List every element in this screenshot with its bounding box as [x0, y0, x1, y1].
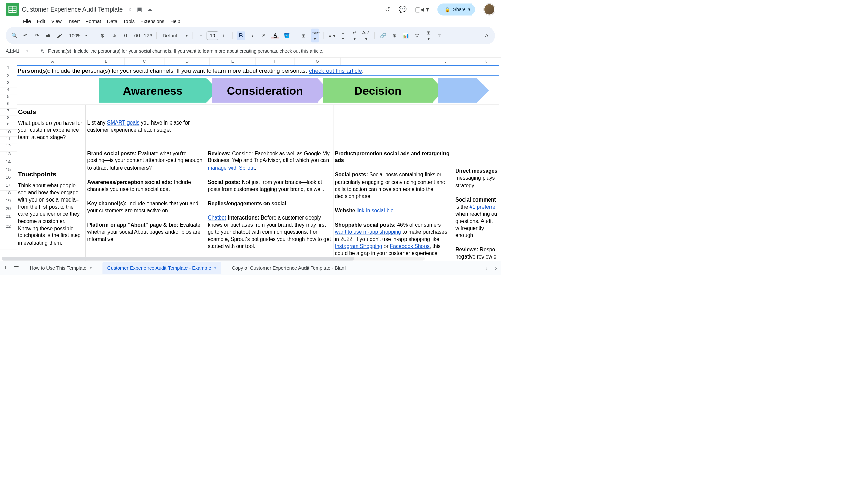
tab-scroll-right-icon[interactable]: › [495, 265, 497, 271]
col-header[interactable]: C [125, 58, 165, 65]
text-wrap-icon[interactable]: ↵ ▾ [351, 30, 359, 42]
horizontal-scrollbar[interactable] [2, 257, 425, 260]
cell-a1[interactable]: Persona(s): Include the persona(s) for y… [17, 65, 499, 76]
goals-next-cell[interactable] [454, 105, 499, 148]
sheet-tab-howto[interactable]: How to Use This Template▼ [25, 262, 97, 274]
col-header[interactable]: F [256, 58, 294, 65]
insert-comment-icon[interactable]: ⊕ [390, 33, 398, 39]
row-header[interactable]: 14 [0, 159, 17, 167]
row-header[interactable]: 9 [0, 122, 17, 130]
row-header[interactable]: 6 [0, 101, 17, 109]
col-header[interactable]: D [164, 58, 210, 65]
menu-view[interactable]: View [51, 18, 62, 24]
menu-extensions[interactable]: Extensions [140, 18, 164, 24]
row-header[interactable]: 4 [0, 87, 17, 94]
account-avatar[interactable] [484, 4, 495, 15]
sprout-link[interactable]: manage with Sprout [208, 165, 255, 171]
search-icon[interactable]: 🔍 [10, 33, 18, 39]
row-header[interactable]: 16 [0, 175, 17, 183]
functions-icon[interactable]: Σ [436, 33, 444, 39]
move-folder-icon[interactable]: ▣ [137, 6, 142, 13]
strikethrough-button[interactable]: S [260, 33, 268, 39]
sheet-tab-copy[interactable]: Copy of Customer Experience Audit Templa… [227, 262, 350, 274]
inapp-link[interactable]: want to use in-app shopping [335, 229, 401, 235]
cloud-status-icon[interactable]: ☁ [147, 6, 152, 13]
menu-edit[interactable]: Edit [37, 18, 45, 24]
meet-icon[interactable]: ▢◂ ▾ [415, 6, 429, 13]
redo-icon[interactable]: ↷ [33, 33, 41, 39]
star-icon[interactable]: ☆ [127, 6, 132, 13]
pref-link[interactable]: #1 preferre [470, 204, 495, 210]
sheets-logo[interactable] [6, 3, 19, 16]
collapse-toolbar-icon[interactable]: ᐱ [482, 33, 491, 39]
share-dropdown[interactable]: ▼ [465, 4, 475, 15]
zoom-selector[interactable]: 100%▼ [67, 33, 90, 39]
fill-color-icon[interactable]: 🪣 [282, 33, 291, 39]
menu-data[interactable]: Data [107, 18, 117, 24]
format-123-icon[interactable]: 123 [144, 33, 152, 39]
menu-tools[interactable]: Tools [123, 18, 135, 24]
touchpoints-consideration-cell[interactable]: Reviews: Consider Facebook as well as Go… [206, 148, 333, 269]
persona-link[interactable]: check out this article [309, 67, 362, 74]
row-header[interactable]: 10 [0, 130, 17, 137]
horizontal-align-icon[interactable]: ≡ ▾ [328, 33, 336, 39]
row-header[interactable]: 19 [0, 198, 17, 206]
row-header[interactable]: 22 [0, 224, 17, 249]
chatbot-link[interactable]: Chatbot [208, 215, 226, 221]
col-header[interactable]: B [88, 58, 124, 65]
touchpoints-heading-cell[interactable]: Touchpoints Think about what people see … [17, 148, 86, 269]
filter-views-icon[interactable]: ⊞ ▾ [425, 30, 433, 42]
ig-link[interactable]: Instagram Shopping [335, 243, 382, 249]
format-currency-icon[interactable]: $ [98, 33, 106, 39]
menu-format[interactable]: Format [86, 18, 101, 24]
goals-consideration-cell[interactable] [206, 105, 333, 148]
increase-decimal-icon[interactable]: .00̩ [133, 33, 141, 39]
borders-icon[interactable]: ⊞ [299, 33, 308, 39]
merge-cells-icon[interactable]: ⇥⇤ ▾ [311, 29, 319, 42]
italic-button[interactable]: I [249, 33, 257, 39]
menu-help[interactable]: Help [170, 18, 180, 24]
row-header[interactable]: 20 [0, 206, 17, 214]
history-icon[interactable]: ↺ [385, 6, 390, 13]
col-header[interactable]: G [294, 58, 340, 65]
col-header[interactable]: J [426, 58, 465, 65]
row-header[interactable]: 15 [0, 167, 17, 175]
tab-scroll-left-icon[interactable]: ‹ [486, 265, 487, 271]
menu-insert[interactable]: Insert [67, 18, 80, 24]
bio-link[interactable]: link in social bio [357, 208, 394, 213]
print-icon[interactable]: 🖶 [44, 33, 52, 39]
col-header[interactable]: K [465, 58, 501, 65]
bold-button[interactable]: B [237, 31, 245, 40]
smart-goals-link[interactable]: SMART goals [107, 120, 140, 126]
goals-heading-cell[interactable]: Goals What goals do you have for your cu… [17, 105, 86, 148]
fb-link[interactable]: Facebook Shops [390, 243, 430, 249]
row-header[interactable]: 7 [0, 109, 17, 116]
format-percent-icon[interactable]: % [110, 33, 118, 39]
insert-link-icon[interactable]: 🔗 [379, 33, 387, 39]
text-color-icon[interactable]: A [271, 33, 279, 38]
touchpoints-awareness-cell[interactable]: Brand social posts: Evaluate what you're… [86, 148, 206, 269]
sheet-tab-example[interactable]: Customer Experience Audit Template - Exa… [103, 262, 221, 274]
vertical-align-icon[interactable]: ⭳ ▾ [339, 30, 348, 42]
all-sheets-icon[interactable]: ☰ [14, 264, 19, 272]
row-header[interactable]: 2 [0, 73, 17, 80]
row-header[interactable]: 18 [0, 191, 17, 198]
row-header[interactable]: 17 [0, 183, 17, 191]
row-header[interactable]: 12 [0, 144, 17, 152]
font-size-input[interactable] [207, 31, 218, 40]
row-header[interactable]: 11 [0, 137, 17, 144]
row-header[interactable]: 13 [0, 152, 17, 159]
font-selector[interactable]: Defaul…▼ [161, 33, 188, 39]
menu-file[interactable]: File [23, 18, 31, 24]
undo-icon[interactable]: ↶ [21, 33, 29, 39]
row-header[interactable]: 8 [0, 115, 17, 122]
decrease-decimal-icon[interactable]: .0̩ [121, 33, 129, 39]
col-header[interactable]: I [386, 58, 426, 65]
row-header[interactable]: 3 [0, 80, 17, 88]
filter-icon[interactable]: ▽ [413, 33, 421, 39]
col-header[interactable]: A [17, 58, 88, 65]
row-header[interactable]: 21 [0, 214, 17, 224]
row-header[interactable]: 1 [0, 65, 17, 73]
decrease-font-icon[interactable]: − [197, 33, 205, 39]
col-header[interactable]: E [210, 58, 256, 65]
